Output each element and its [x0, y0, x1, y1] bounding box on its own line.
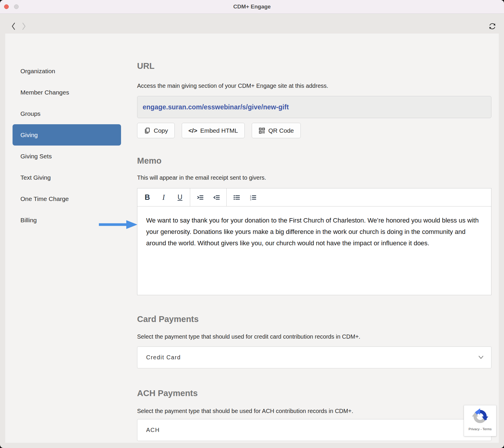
svg-text:3: 3 [250, 198, 251, 201]
url-section-heading: URL [137, 61, 155, 71]
recaptcha-logo-icon [472, 408, 488, 425]
memo-text-area[interactable]: We want to say thank you for your donati… [137, 206, 491, 249]
bullet-list-button[interactable] [228, 188, 245, 206]
indent-button[interactable] [192, 188, 208, 206]
window-title: CDM+ Engage [233, 4, 271, 10]
sidebar-item-one-time-charge[interactable]: One Time Charge [13, 188, 121, 209]
sidebar: Organization Member Changes Groups Givin… [13, 60, 121, 231]
copy-icon [144, 127, 151, 134]
sidebar-item-groups[interactable]: Groups [13, 103, 121, 124]
chevron-down-icon [478, 355, 484, 360]
title-bar: CDM+ Engage [0, 0, 504, 14]
card-payments-description: Select the payment type that should used… [137, 333, 360, 340]
traffic-lights [4, 4, 19, 9]
minimize-button[interactable] [14, 4, 19, 9]
recaptcha-badge[interactable]: Privacy - Terms [464, 405, 496, 436]
ach-payments-heading: ACH Payments [137, 388, 198, 398]
sidebar-item-organization[interactable]: Organization [13, 60, 121, 82]
italic-button[interactable]: I [155, 188, 172, 206]
code-icon: </> [188, 127, 197, 134]
giving-url-field[interactable]: engage.suran.com/esswebinar/s/give/new-g… [137, 96, 491, 118]
underline-button[interactable]: U [172, 188, 188, 206]
url-actions-row: Copy </> Embed HTML [137, 123, 301, 138]
nav-toolbar [0, 14, 504, 34]
sidebar-item-giving-sets[interactable]: Giving Sets [13, 146, 121, 167]
memo-editor: B I U [137, 188, 491, 295]
ach-payment-type-value: ACH [146, 427, 160, 433]
ach-payment-type-select[interactable]: ACH [137, 419, 491, 441]
memo-section-heading: Memo [137, 156, 162, 166]
memo-section-description: This will appear in the email receipt se… [137, 174, 266, 181]
qr-code-button[interactable]: QR Code [252, 123, 301, 138]
refresh-icon[interactable] [488, 22, 497, 31]
sidebar-item-text-giving[interactable]: Text Giving [13, 167, 121, 188]
content-panel: Organization Member Changes Groups Givin… [5, 34, 499, 443]
qr-code-icon [258, 127, 265, 134]
giving-url-value: engage.suran.com/esswebinar/s/give/new-g… [143, 103, 289, 111]
sidebar-item-giving[interactable]: Giving [13, 124, 121, 146]
sidebar-item-member-changes[interactable]: Member Changes [13, 82, 121, 103]
bold-button[interactable]: B [139, 188, 155, 206]
card-payments-heading: Card Payments [137, 314, 199, 324]
numbered-list-button[interactable]: 1 2 3 [245, 188, 261, 206]
outdent-icon [213, 194, 220, 201]
outdent-button[interactable] [208, 188, 225, 206]
memo-editor-toolbar: B I U [137, 188, 491, 206]
copy-button-label: Copy [154, 127, 168, 134]
indent-icon [196, 194, 204, 201]
card-payment-type-value: Credit Card [146, 354, 181, 361]
qr-code-button-label: QR Code [268, 127, 294, 134]
recaptcha-privacy-terms[interactable]: Privacy - Terms [468, 427, 491, 431]
forward-icon[interactable] [22, 22, 26, 30]
back-icon[interactable] [11, 22, 16, 30]
app-window: CDM+ Engage Organization Member Changes … [0, 0, 504, 448]
card-payment-type-select[interactable]: Credit Card [137, 346, 491, 368]
numbered-list-icon: 1 2 3 [249, 194, 257, 201]
embed-html-button-label: Embed HTML [200, 127, 238, 134]
url-section-description: Access the main giving section of your C… [137, 83, 328, 89]
copy-button[interactable]: Copy [137, 123, 175, 138]
close-button[interactable] [4, 4, 9, 9]
ach-payments-description: Select the payment type that should be u… [137, 408, 353, 414]
bullet-list-icon [233, 194, 240, 201]
embed-html-button[interactable]: </> Embed HTML [182, 123, 245, 138]
annotation-arrow-icon [98, 220, 138, 230]
